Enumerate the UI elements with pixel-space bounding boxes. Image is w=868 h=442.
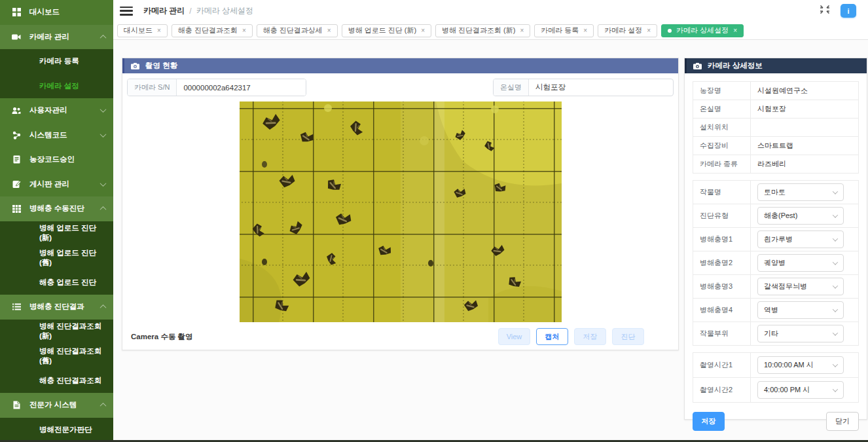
tab-pest-result-list[interactable]: 해충 진단결과조회 × [172,24,253,37]
pest-name-2-select[interactable]: 궤양병 [757,254,844,272]
sidebar-item-farm-code-approval[interactable]: 농장코드승인 [0,147,113,172]
table-row: 작물부위 기타 [693,322,858,346]
diagnosis-result-icon [12,303,21,312]
capture-time-table: 촬영시간1 10:00:00 AM 시 촬영시간2 4:00:00 PM 시 [693,352,859,403]
row-value: 시설원예연구소 [751,86,814,96]
row-value: 스마트트랩 [751,141,800,151]
greenhouse-input[interactable] [529,79,670,96]
row-value: 라즈베리 [751,159,793,169]
crop-part-select[interactable]: 기타 [757,325,844,342]
tab-camera-settings[interactable]: 카메라 설정 × [598,24,657,37]
row-label: 진단유형 [693,204,751,227]
tab-dashboard[interactable]: 대시보드 × [117,24,168,37]
save-capture-button[interactable]: 저장 [574,328,606,345]
close-button[interactable]: 닫기 [826,412,859,431]
pest-name-1-select[interactable]: 흰가루병 [757,230,844,248]
chevron-up-icon [100,35,107,41]
sidebar-item-pest-upload[interactable]: 해충 업로드 진단 [0,270,113,295]
tab-disease-result-new[interactable]: 병해 진단결과조회 (新) × [435,24,530,37]
table-row: 온실명시험포장 [693,100,858,119]
select-value: 해충(Pest) [764,211,797,221]
row-label: 수집장비 [693,137,751,155]
table-row: 수집장비스마트트랩 [693,137,858,155]
capture-time-2-select[interactable]: 4:00:00 PM 시 [757,381,844,399]
capture-time-1-select[interactable]: 10:00:00 AM 시 [757,356,844,374]
camera-sn-group: 카메라 S/N [127,79,306,96]
diagnose-button[interactable]: 진단 [612,328,644,345]
video-camera-icon [12,32,21,41]
camera-management-app: 대시보드 카메라 관리 카메라 등록 카메라 설정 사용자관리 [0,0,868,442]
fullscreen-icon[interactable] [820,5,830,17]
tab-close-icon[interactable]: × [583,27,587,34]
camera-detail-panel: 카메라 상세정보 농장명시설원예연구소 온실명시험포장 설치위치 수집장비스마트… [684,58,867,420]
sidebar-item-disease-upload-new[interactable]: 병해 업로드 진단 (新) [0,221,113,246]
row-value: 시험포장 [751,104,793,114]
tab-close-icon[interactable]: × [327,27,331,34]
row-label: 병해충명2 [693,251,751,274]
tab-pest-result-detail[interactable]: 해충 진단결과상세 × [257,24,338,37]
sidebar-item-pest-result[interactable]: 해충 진단결과조회 [0,369,113,394]
breadcrumb-separator: / [189,7,191,16]
tab-disease-upload-new[interactable]: 병해 업로드 진단 (新) × [342,24,431,37]
tab-close-icon[interactable]: × [421,27,425,34]
tab-label: 해충 진단결과조회 [178,26,238,35]
sidebar-item-bulletin-board[interactable]: 게시판 관리 [0,172,113,197]
row-label: 카메라 종류 [693,155,751,173]
camera-sn-input[interactable] [177,79,306,96]
chevron-down-icon [833,236,838,241]
capture-button[interactable]: 캡처 [536,328,568,345]
row-label: 촬영시간2 [693,378,751,402]
sidebar-item-label: 해충 진단결과조회 [39,376,101,386]
table-row: 카메라 종류라즈베리 [693,155,858,174]
chevron-up-icon [100,403,107,409]
message-notification-icon[interactable]: i [841,4,856,18]
sidebar-item-system-code[interactable]: 시스템코드 [0,123,113,148]
diagnosis-type-select[interactable]: 해충(Pest) [757,207,844,225]
sidebar-item-user-management[interactable]: 사용자관리 [0,98,113,123]
sidebar-item-label: 카메라 관리 [29,32,69,42]
sidebar-item-disease-result-new[interactable]: 병해 진단결과조회 (新) [0,320,113,344]
tab-label: 대시보드 [124,26,153,35]
camera-detail-header: 카메라 상세정보 [685,58,867,73]
sidebar-item-label: 병해 업로드 진단 (新) [39,223,105,243]
tab-close-icon[interactable]: × [647,27,651,34]
sidebar-submenu-diagnosis-results: 병해 진단결과조회 (新) 병해 진단결과조회 (舊) 해충 진단결과조회 [0,320,113,394]
select-value: 4:00:00 PM 시 [764,385,810,395]
menu-toggle-icon[interactable] [120,7,133,16]
sidebar-item-label: 농장코드승인 [29,155,75,164]
sidebar-item-disease-upload-old[interactable]: 병해 업로드 진단 (舊) [0,246,113,270]
tab-close-icon[interactable]: × [157,27,161,34]
tab-camera-detail-settings[interactable]: 카메라 상세설정 × [661,24,744,37]
sidebar-item-camera-management[interactable]: 카메라 관리 [0,25,113,50]
tab-camera-register[interactable]: 카메라 등록 × [534,24,594,37]
pest-name-4-select[interactable]: 역병 [757,301,844,319]
active-tab-dot-icon [668,29,672,33]
table-row: 촬영시간2 4:00:00 PM 시 [693,378,858,403]
pest-name-3-select[interactable]: 갈색점무늬병 [757,278,844,295]
sidebar-item-manual-diagnosis[interactable]: 병해충 수동진단 [0,196,113,221]
crop-name-select[interactable]: 토마토 [757,183,844,201]
sidebar-item-disease-expert-judgment[interactable]: 병해전문가판단 [0,418,113,442]
sidebar-item-dashboard[interactable]: 대시보드 [0,0,113,25]
greenhouse-label: 온실명 [494,79,529,96]
sidebar-item-disease-result-old[interactable]: 병해 진단결과조회 (舊) [0,344,113,369]
sidebar-item-label: 병해충 수동진단 [29,204,84,213]
tab-close-icon[interactable]: × [733,27,737,34]
sidebar-item-camera-register[interactable]: 카메라 등록 [0,49,113,74]
tab-close-icon[interactable]: × [520,27,524,34]
tab-close-icon[interactable]: × [242,27,246,34]
view-button[interactable]: View [498,328,530,345]
sidebar-item-label: 병해 업로드 진단 (舊) [39,248,105,268]
camera-info-table: 농장명시설원예연구소 온실명시험포장 설치위치 수집장비스마트트랩 카메라 종류… [693,81,859,174]
sidebar-submenu-manual-diagnosis: 병해 업로드 진단 (新) 병해 업로드 진단 (舊) 해충 업로드 진단 [0,221,113,295]
save-button[interactable]: 저장 [693,412,725,431]
row-label: 설치위치 [693,119,751,136]
sidebar-item-camera-settings[interactable]: 카메라 설정 [0,74,113,99]
sidebar-item-expert-system[interactable]: 전문가 시스템 [0,393,113,418]
sidebar-item-label: 병해전문가판단 [39,425,92,435]
top-bar: 카메라 관리 / 카메라 상세설정 i [113,0,868,22]
users-icon [12,106,21,115]
sidebar-item-diagnosis-results[interactable]: 병해충 진단결과 [0,295,113,320]
sidebar-submenu-camera: 카메라 등록 카메라 설정 [0,49,113,98]
select-value: 갈색점무늬병 [764,282,807,291]
